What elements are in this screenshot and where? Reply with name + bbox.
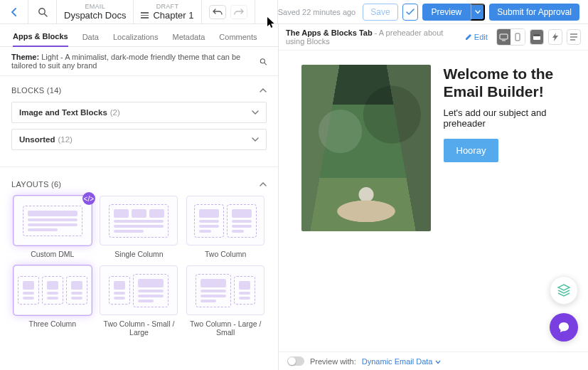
tab-comments[interactable]: Comments (219, 33, 257, 46)
chevron-up-icon (260, 88, 267, 93)
menu-icon (141, 12, 149, 18)
chevron-down-icon (475, 10, 481, 14)
undo-icon (213, 9, 223, 16)
topbar-actions: Saved 22 minutes ago Save Preview Submit… (278, 0, 588, 23)
acc-label: Unsorted (19, 135, 55, 144)
layout-single-column[interactable]: Single Column (98, 196, 181, 258)
layers-icon (557, 283, 571, 297)
desktop-view-button[interactable] (497, 29, 511, 45)
undo-button[interactable] (209, 5, 226, 19)
search-icon (38, 7, 48, 17)
acc-label: Image and Text Blocks (19, 108, 107, 117)
redo-button[interactable] (230, 5, 247, 19)
svg-line-1 (44, 14, 47, 16)
blocks-header[interactable]: BLOCKS (14) (0, 76, 278, 102)
tab-localizations[interactable]: Localizations (113, 33, 159, 46)
edit-link[interactable]: Edit (461, 31, 492, 43)
search-button[interactable] (28, 0, 57, 23)
draft-title: Chapter 1 (141, 10, 193, 21)
block-view-button[interactable] (530, 29, 544, 45)
help-float-button[interactable] (550, 313, 578, 342)
saved-label: Saved 22 minutes ago (278, 8, 356, 16)
bolt-icon (552, 33, 558, 41)
layout-two-column[interactable]: Two Column (184, 196, 267, 258)
search-icon[interactable] (260, 57, 267, 66)
email-block: Welcome to the Email Builder! Let's add … (301, 65, 566, 231)
mobile-icon (515, 33, 520, 41)
email-doc-cell[interactable]: EMAIL Dyspatch Docs (57, 0, 134, 23)
approve-check-button[interactable] (402, 4, 418, 21)
chevron-left-icon (11, 7, 18, 17)
layout-label: Single Column (114, 250, 163, 258)
chevron-up-icon (260, 181, 267, 187)
svg-rect-4 (500, 34, 508, 39)
check-icon (406, 9, 415, 16)
pencil-icon (465, 33, 472, 41)
chat-icon (557, 321, 570, 334)
tab-data[interactable]: Data (82, 33, 99, 46)
code-badge-icon: </> (82, 192, 95, 205)
floating-buttons (550, 276, 578, 342)
chevron-down-icon (252, 110, 259, 115)
desktop-icon (499, 33, 508, 41)
align-icon (570, 33, 578, 41)
align-button[interactable] (567, 29, 581, 45)
acc-unsorted[interactable]: Unsorted(12) (11, 129, 267, 150)
right-top-bar: The Apps & Blocks Tab - A preheader abou… (279, 24, 588, 51)
email-copy: Welcome to the Email Builder! Let's add … (444, 65, 566, 231)
layout-three-column[interactable]: Three Column (11, 265, 94, 337)
layout-label: Two Column (205, 250, 246, 258)
layout-two-col-small-large[interactable]: Two Column - Small / Large (98, 265, 181, 337)
layout-two-col-large-small[interactable]: Two Column - Large / Small (184, 265, 267, 337)
acc-count: (2) (110, 108, 120, 117)
svg-line-3 (264, 63, 267, 65)
left-scroll[interactable]: BLOCKS (14) Image and Text Blocks(2) Uns… (0, 76, 278, 370)
left-panel: Apps & Blocks Data Localizations Metadat… (0, 24, 279, 370)
preview-toggle[interactable] (287, 356, 304, 366)
hero-image[interactable] (301, 65, 431, 231)
acc-count: (12) (58, 135, 72, 144)
preview-caret-button[interactable] (471, 4, 485, 21)
submit-approval-button[interactable]: Submit for Approval (489, 4, 579, 21)
layout-label: Two Column - Large / Small (184, 319, 267, 337)
right-panel: The Apps & Blocks Tab - A preheader abou… (279, 24, 588, 370)
layers-float-button[interactable] (550, 276, 578, 305)
layout-label: Three Column (29, 319, 77, 328)
device-toggle (496, 28, 525, 46)
chevron-down-icon (252, 137, 259, 142)
amp-button[interactable] (548, 29, 562, 45)
email-canvas[interactable]: Welcome to the Email Builder! Let's add … (279, 51, 588, 370)
email-label: EMAIL (85, 3, 105, 10)
acc-image-text-blocks[interactable]: Image and Text Blocks(2) (11, 102, 267, 123)
blocks-title: BLOCKS (14) (11, 86, 62, 95)
email-title: Dyspatch Docs (64, 10, 126, 21)
preview-bottom-bar: Preview with: Dynamic Email Data (279, 352, 588, 370)
svg-rect-8 (533, 34, 540, 36)
preview-with-value[interactable]: Dynamic Email Data (362, 357, 441, 366)
layout-label: Custom DML (31, 250, 74, 258)
preview-button-group: Preview (422, 4, 486, 21)
email-body-text: Let's add our subject and preheader (444, 107, 566, 129)
draft-label: DRAFT (156, 3, 179, 10)
theme-text: Theme: Light - A minimalist, dark-mode f… (11, 53, 260, 70)
layouts-grid: </> Custom DML Single Column Two Column (0, 196, 278, 348)
email-heading: Welcome to the Email Builder! (444, 65, 566, 100)
layout-label: Two Column - Small / Large (98, 319, 181, 337)
chevron-down-icon (435, 360, 441, 364)
mobile-view-button[interactable] (511, 29, 525, 45)
tab-apps-blocks[interactable]: Apps & Blocks (13, 32, 68, 47)
layout-custom-dml[interactable]: </> Custom DML (11, 196, 94, 258)
preview-with-label: Preview with: (310, 357, 356, 366)
theme-row[interactable]: Theme: Light - A minimalist, dark-mode f… (0, 47, 278, 76)
svg-rect-6 (515, 33, 520, 41)
back-button[interactable] (0, 0, 28, 23)
tab-metadata[interactable]: Metadata (172, 33, 205, 46)
draft-doc-cell[interactable]: DRAFT Chapter 1 (134, 0, 201, 23)
save-button[interactable]: Save (363, 4, 397, 21)
layouts-header[interactable]: LAYOUTS (6) (0, 170, 278, 196)
email-cta-button[interactable]: Hooray (444, 139, 499, 162)
preview-title: The Apps & Blocks Tab - A preheader abou… (286, 28, 452, 46)
preview-button[interactable]: Preview (422, 4, 471, 21)
redo-icon (234, 9, 244, 16)
top-bar: EMAIL Dyspatch Docs DRAFT Chapter 1 Save… (0, 0, 588, 24)
